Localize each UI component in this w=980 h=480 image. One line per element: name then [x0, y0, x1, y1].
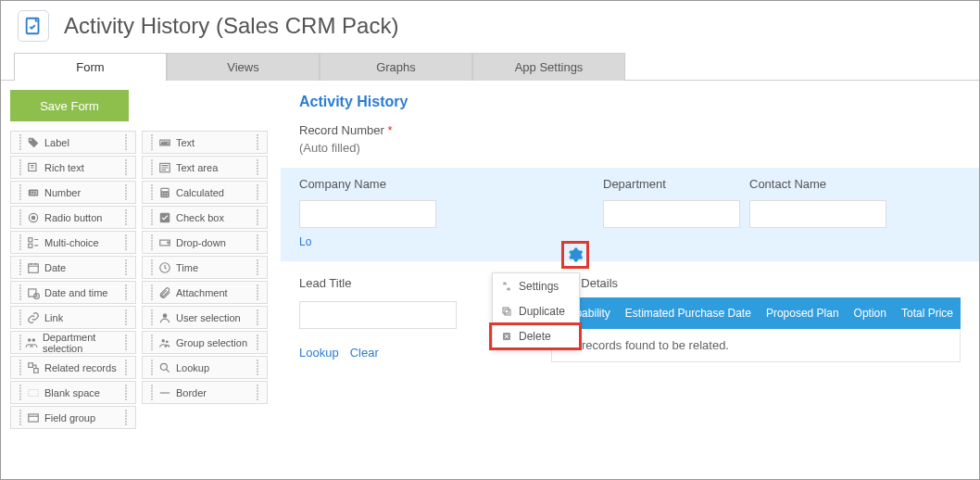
palette-time[interactable]: Time [142, 256, 268, 279]
lead-details-header: Probability Estimated Purchase Date Prop… [551, 297, 961, 329]
svg-rect-16 [29, 389, 39, 396]
record-number-field: Record Number * (Auto filled) [299, 123, 961, 155]
svg-point-6 [31, 216, 35, 220]
svg-rect-9 [29, 263, 39, 272]
palette-date-and-time[interactable]: Date and time [10, 281, 136, 304]
gear-icon [567, 246, 584, 263]
col-option: Option [847, 307, 894, 320]
related-records-icon [26, 360, 41, 375]
palette-lookup[interactable]: Lookup [142, 356, 268, 379]
ctx-duplicate[interactable]: Duplicate [493, 298, 579, 323]
svg-rect-2 [29, 163, 36, 171]
svg-point-25 [167, 193, 168, 194]
company-name-field[interactable]: Company Name Lo [299, 177, 475, 248]
svg-point-23 [162, 193, 163, 194]
contact-name-input[interactable] [749, 200, 886, 228]
tab-app-settings[interactable]: App Settings [472, 53, 625, 81]
link-icon [26, 310, 41, 325]
contact-name-field[interactable]: Contact Name [749, 177, 886, 248]
company-name-label: Company Name [299, 177, 475, 191]
palette-related-records[interactable]: Related records [10, 356, 136, 379]
palette-rich-text[interactable]: Rich text [10, 156, 136, 179]
number-icon: 123 [26, 185, 41, 200]
palette-link[interactable]: Link [10, 306, 136, 329]
lead-details-empty: No records found to be related. [551, 329, 961, 362]
field-context-menu: Settings Duplicate Delete [492, 272, 580, 349]
svg-point-35 [160, 363, 167, 370]
field-settings-gear[interactable] [561, 241, 589, 269]
text-icon: ABC [157, 135, 172, 150]
svg-rect-15 [34, 368, 39, 373]
palette-blank-space[interactable]: Blank space [10, 381, 136, 404]
palette-attachment[interactable]: Attachment [142, 281, 268, 304]
department-label: Department [603, 177, 740, 191]
check-box-icon [157, 210, 172, 225]
clear-button[interactable]: Clear [350, 346, 379, 360]
col-est-purchase-date: Estimated Purchase Date [618, 307, 759, 320]
department-input[interactable] [603, 200, 740, 228]
svg-point-33 [162, 338, 166, 342]
lead-title-field[interactable]: Lead Title Lookup Clear [299, 276, 457, 362]
border-icon [157, 385, 172, 400]
form-title: Activity History [299, 94, 961, 110]
contact-name-label: Contact Name [749, 177, 886, 191]
tab-graphs[interactable]: Graphs [320, 53, 472, 81]
palette-department-selection[interactable]: Department selection [10, 331, 136, 354]
company-name-input[interactable] [299, 200, 436, 228]
palette-date[interactable]: Date [10, 256, 136, 279]
palette-border[interactable]: Border [142, 381, 268, 404]
lead-details-label: Lead Details [551, 276, 961, 290]
palette-text-area[interactable]: Text area [142, 156, 268, 179]
header: Activity History (Sales CRM Pack) [1, 1, 979, 47]
svg-rect-36 [505, 309, 510, 315]
field-palette: LabelRich text123NumberRadio buttonMulti… [10, 131, 271, 429]
lead-title-input[interactable] [299, 301, 457, 329]
text-area-icon [157, 160, 172, 175]
group-selection-icon [157, 335, 172, 350]
svg-rect-17 [29, 413, 39, 421]
workspace: Save Form LabelRich text123NumberRadio b… [1, 80, 979, 473]
drop-down-icon [157, 235, 172, 250]
blank-space-icon [26, 385, 41, 400]
record-number-label: Record Number [299, 123, 384, 137]
svg-point-27 [164, 195, 165, 196]
palette-user-selection[interactable]: User selection [142, 306, 268, 329]
svg-text:ABC: ABC [161, 140, 169, 145]
palette-text[interactable]: ABCText [142, 131, 268, 154]
page-title: Activity History (Sales CRM Pack) [64, 13, 398, 39]
required-marker: * [387, 123, 392, 137]
palette-radio-button[interactable]: Radio button [10, 206, 136, 229]
palette-multi-choice[interactable]: Multi-choice [10, 231, 136, 254]
palette-group-selection[interactable]: Group selection [142, 331, 268, 354]
lookup-button[interactable]: Lookup [299, 346, 339, 360]
svg-rect-37 [503, 308, 509, 313]
company-lookup-truncated[interactable]: Lo [299, 235, 475, 248]
save-form-button[interactable]: Save Form [10, 90, 129, 121]
palette-drop-down[interactable]: Drop-down [142, 231, 268, 254]
tab-form[interactable]: Form [14, 53, 167, 81]
row-lead: Lead Title Lookup Clear Lead Details Pro… [299, 276, 961, 362]
radio-button-icon [26, 210, 41, 225]
svg-point-28 [167, 195, 168, 196]
multi-choice-icon [26, 235, 41, 250]
palette-check-box[interactable]: Check box [142, 206, 268, 229]
department-field[interactable]: Department [603, 177, 740, 248]
lead-details-field[interactable]: Lead Details Probability Estimated Purch… [551, 276, 961, 362]
department-selection-icon [25, 335, 39, 350]
app-icon [18, 10, 49, 42]
col-total-price: Total Price [894, 307, 961, 320]
svg-point-34 [166, 340, 169, 343]
palette-number[interactable]: 123Number [10, 181, 136, 204]
tabs: Form Views Graphs App Settings [14, 53, 979, 81]
ctx-settings[interactable]: Settings [493, 273, 579, 298]
label-icon [26, 135, 41, 150]
palette-label[interactable]: Label [10, 131, 136, 154]
lookup-icon [157, 360, 172, 375]
selected-row[interactable]: Company Name Lo Department Contact Name [281, 168, 979, 261]
attachment-icon [157, 285, 172, 300]
tab-views[interactable]: Views [167, 53, 320, 81]
palette-calculated[interactable]: Calculated [142, 181, 268, 204]
svg-text:123: 123 [31, 190, 38, 195]
palette-field-group[interactable]: Field group [10, 406, 136, 429]
ctx-delete[interactable]: Delete [493, 323, 579, 348]
